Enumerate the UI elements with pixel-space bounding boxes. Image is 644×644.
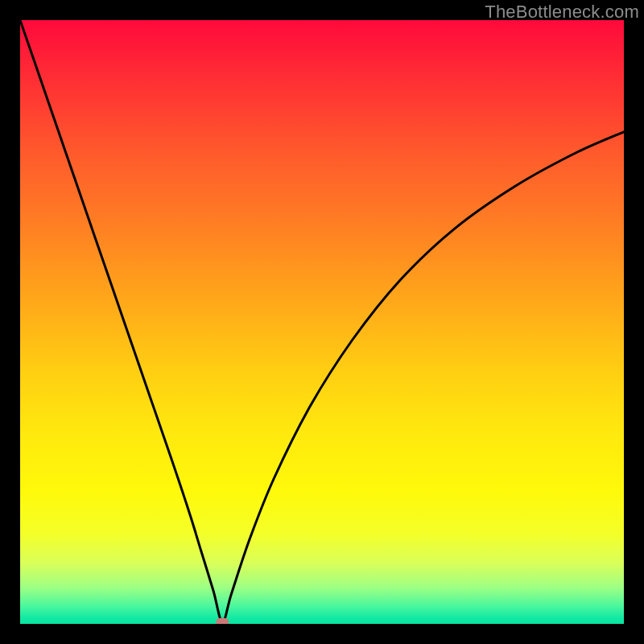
watermark-text: TheBottleneck.com (485, 2, 639, 23)
plot-area (20, 20, 624, 624)
bottleneck-curve (20, 20, 624, 624)
optimum-marker (216, 618, 229, 624)
curve-path (20, 20, 624, 622)
chart-frame: TheBottleneck.com (0, 0, 644, 644)
